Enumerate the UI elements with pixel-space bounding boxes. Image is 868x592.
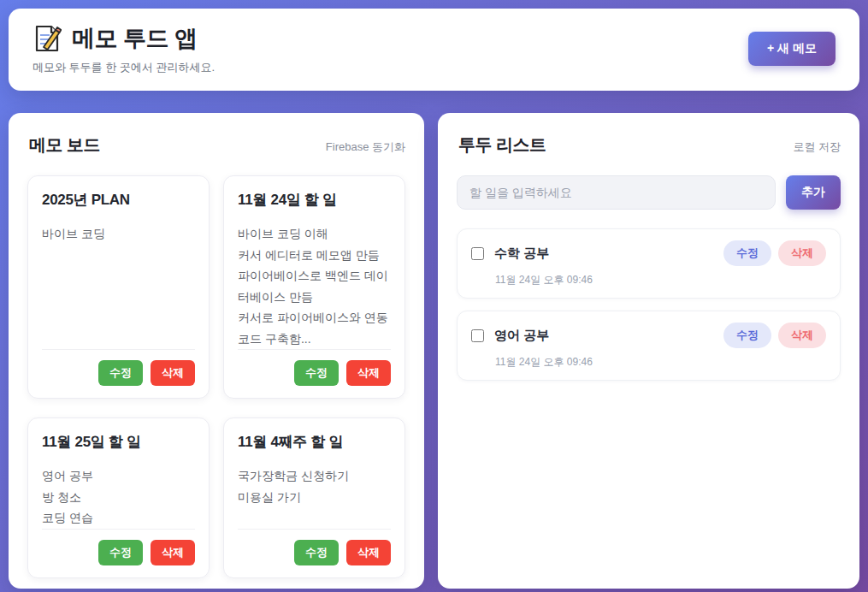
memo-board-panel: 메모 보드 Firebase 동기화 2025년 PLAN 바이브 코딩 수정 …	[9, 113, 424, 589]
app-title-row: 메모 투드 앱	[32, 23, 215, 54]
app-header-left: 메모 투드 앱 메모와 투두를 한 곳에서 관리하세요.	[32, 23, 215, 75]
todo-text: 영어 공부	[494, 328, 549, 344]
firebase-sync-badge: Firebase 동기화	[326, 139, 405, 155]
app-subtitle: 메모와 투두를 한 곳에서 관리하세요.	[32, 60, 215, 75]
memo-footer: 수정 삭제	[238, 349, 391, 386]
todo-list-header: 투두 리스트 로컬 저장	[455, 130, 842, 157]
todo-input[interactable]	[457, 175, 776, 210]
todo-checkbox[interactable]	[471, 247, 484, 260]
memo-edit-button[interactable]: 수정	[98, 540, 143, 565]
memo-board-header: 메모 보드 Firebase 동기화	[26, 130, 407, 157]
todo-item: 영어 공부 수정 삭제 11월 24일 오후 09:46	[457, 311, 841, 381]
memo-card: 2025년 PLAN 바이브 코딩 수정 삭제	[27, 175, 210, 399]
todo-item: 수학 공부 수정 삭제 11월 24일 오후 09:46	[457, 228, 841, 299]
todo-item-row: 영어 공부 수정 삭제	[471, 323, 826, 348]
memo-content: 바이브 코딩 이해 커서 에디터로 메모앱 만듬 파이어베이스로 백엔드 데이터…	[238, 223, 391, 349]
memo-content: 영어 공부 방 청소 코딩 연습	[42, 465, 195, 529]
memo-delete-button[interactable]: 삭제	[151, 540, 195, 565]
todo-delete-button[interactable]: 삭제	[778, 240, 826, 266]
todo-edit-button[interactable]: 수정	[723, 240, 771, 266]
memo-content: 바이브 코딩	[42, 223, 195, 245]
memo-card: 11월 4째주 할 일 국가장학금 신청하기 미용실 가기 수정 삭제	[223, 417, 405, 578]
todo-checkbox[interactable]	[471, 329, 484, 342]
memo-card: 11월 25일 할 일 영어 공부 방 청소 코딩 연습 수정 삭제	[27, 417, 210, 578]
memo-board-title: 메모 보드	[29, 133, 100, 157]
memo-content: 국가장학금 신청하기 미용실 가기	[238, 465, 391, 507]
memo-footer: 수정 삭제	[42, 529, 195, 565]
new-memo-button[interactable]: + 새 메모	[748, 32, 836, 66]
todo-text: 수학 공부	[494, 246, 549, 262]
memo-footer: 수정 삭제	[42, 349, 195, 386]
main-content: 메모 보드 Firebase 동기화 2025년 PLAN 바이브 코딩 수정 …	[9, 113, 859, 589]
todo-add-button[interactable]: 추가	[786, 175, 841, 210]
memo-card: 11월 24일 할 일 바이브 코딩 이해 커서 에디터로 메모앱 만듬 파이어…	[223, 175, 405, 399]
memo-delete-button[interactable]: 삭제	[346, 540, 391, 565]
todo-input-row: 추가	[455, 175, 842, 210]
todo-timestamp: 11월 24일 오후 09:46	[495, 273, 826, 287]
memo-footer: 수정 삭제	[238, 529, 391, 565]
local-storage-badge: 로컬 저장	[793, 139, 841, 155]
memo-delete-button[interactable]: 삭제	[346, 360, 391, 386]
memo-title: 11월 24일 할 일	[238, 190, 391, 210]
todo-items: 수학 공부 수정 삭제 11월 24일 오후 09:46 영어 공부 수정 삭제	[455, 228, 842, 381]
todo-actions: 수정 삭제	[723, 323, 826, 348]
memo-title: 11월 25일 할 일	[42, 432, 195, 452]
memo-delete-button[interactable]: 삭제	[151, 360, 195, 386]
app-header: 메모 투드 앱 메모와 투두를 한 곳에서 관리하세요. + 새 메모	[9, 9, 859, 91]
todo-edit-button[interactable]: 수정	[723, 323, 771, 348]
todo-list-panel: 투두 리스트 로컬 저장 추가 수학 공부 수정 삭제 11월 24일 오후 0…	[438, 113, 859, 589]
memo-title: 11월 4째주 할 일	[238, 432, 391, 452]
todo-actions: 수정 삭제	[723, 240, 826, 266]
todo-list-title: 투두 리스트	[458, 133, 546, 157]
memo-edit-button[interactable]: 수정	[294, 540, 339, 565]
todo-delete-button[interactable]: 삭제	[778, 323, 826, 348]
memo-edit-button[interactable]: 수정	[98, 360, 143, 386]
memo-grid: 2025년 PLAN 바이브 코딩 수정 삭제 11월 24일 할 일 바이브 …	[26, 175, 407, 578]
memo-title: 2025년 PLAN	[42, 190, 195, 210]
todo-item-row: 수학 공부 수정 삭제	[471, 240, 826, 266]
app-title: 메모 투드 앱	[72, 23, 198, 54]
memo-icon	[32, 24, 62, 53]
memo-edit-button[interactable]: 수정	[294, 360, 339, 386]
todo-timestamp: 11월 24일 오후 09:46	[495, 355, 826, 370]
